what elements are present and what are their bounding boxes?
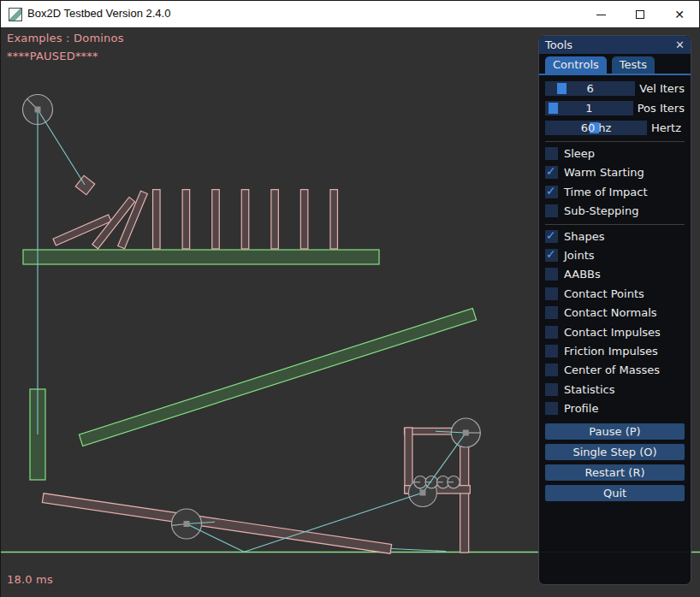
domino-standing-5 [271,190,278,249]
slider-track[interactable]: 60 hz [545,121,647,135]
checkbox-label: Sub-Stepping [564,204,638,217]
hud-paused-label: ****PAUSED**** [7,50,98,62]
ramp-plank [79,309,476,446]
joint-anchor-4 [420,490,426,496]
checkbox-box[interactable] [545,383,558,396]
slider-vel-iters: 6 Vel Iters [545,81,685,96]
hud-example-label: Examples : Dominos [7,32,124,44]
checkbox-box[interactable] [545,306,558,319]
checkbox-box[interactable]: ✓ [545,186,558,198]
checkbox-groups: Sleep✓ Warm Starting✓ Time of Impact Sub… [545,141,685,415]
checkbox-contact-points[interactable]: Contact Points [545,287,685,300]
titlebar: Box2D Testbed Version 2.4.0 ✕ [1,1,699,28]
checkbox-label: AABBs [564,268,601,281]
tools-panel-title: Tools [545,38,675,51]
tab-underline [539,74,691,75]
slider-label: Pos Iters [638,102,685,115]
checkbox-shapes[interactable]: ✓ Shapes [545,230,685,243]
slider-group: 6 Vel Iters 1 Pos Iters 60 hz Hertz [545,81,685,135]
checkbox-label: Center of Masses [564,364,660,376]
tools-panel: Tools ✕ Controls Tests 6 Vel Iters 1 Pos… [538,35,691,585]
minimize-button[interactable] [581,1,620,28]
slider-hertz: 60 hz Hertz [545,121,685,135]
checkbox-statistics[interactable]: Statistics [545,383,685,396]
checkbox-label: Contact Points [564,287,644,300]
check-mark-icon: ✓ [546,164,556,178]
tab-controls[interactable]: Controls [545,56,607,74]
slider-label: Hertz [651,121,681,134]
checkbox-contact-normals[interactable]: Contact Normals [545,306,685,319]
slider-value: 6 [545,81,635,96]
close-icon: ✕ [674,9,685,21]
dominos-platform [23,250,379,264]
check-mark-icon: ✓ [546,247,556,261]
checkbox-label: Joints [564,249,595,262]
restart-button[interactable]: Restart (R) [545,464,685,481]
checkbox-box[interactable] [545,204,558,217]
app-icon [9,8,22,21]
separator [545,224,685,225]
close-button[interactable]: ✕ [660,1,699,28]
maximize-icon [636,10,644,19]
checkbox-label: Shapes [564,230,604,243]
maximize-button[interactable] [620,1,660,28]
checkbox-sub-stepping[interactable]: Sub-Stepping [545,204,685,217]
checkbox-box[interactable]: ✓ [545,166,558,179]
checkbox-label: Time of Impact [564,186,648,198]
checkbox-label: Contact Impulses [564,326,661,339]
slider-value: 1 [545,101,633,115]
single-button[interactable]: Single Step (O) [545,444,685,460]
checkbox-center-of-masses[interactable]: Center of Masses [545,364,685,376]
checkbox-box[interactable]: ✓ [545,230,558,243]
tools-panel-titlebar[interactable]: Tools ✕ [539,36,691,54]
joint-anchor-2 [184,521,190,527]
falling-box [75,175,94,194]
slider-pos-iters: 1 Pos Iters [545,101,685,115]
domino-standing-7 [330,190,338,249]
checkbox-sleep[interactable]: Sleep [545,147,685,160]
window-controls: ✕ [581,1,699,28]
window-title: Box2D Testbed Version 2.4.0 [27,7,170,20]
checkbox-box[interactable] [545,364,558,376]
checkbox-box[interactable] [545,287,558,300]
tab-tests[interactable]: Tests [612,56,655,74]
tab-bar: Controls Tests [539,55,691,74]
checkbox-contact-impulses[interactable]: Contact Impulses [545,326,685,339]
checkbox-box[interactable]: ✓ [545,249,558,262]
hud-frame-time: 18.0 ms [7,573,53,586]
check-mark-icon: ✓ [546,184,556,198]
domino-standing-4 [241,190,249,249]
checkbox-friction-impulses[interactable]: Friction Impulses [545,345,685,358]
joint-anchor-3 [463,430,469,436]
slider-label: Vel Iters [639,82,685,95]
checkbox-label: Profile [564,402,598,415]
checkbox-label: Friction Impulses [564,345,658,358]
checkbox-warm-starting[interactable]: ✓ Warm Starting [545,166,685,179]
domino-standing-2 [182,190,189,249]
check-mark-icon: ✓ [546,228,556,242]
checkbox-profile[interactable]: Profile [545,402,685,415]
checkbox-box[interactable] [545,268,558,281]
checkbox-aabbs[interactable]: AABBs [545,268,685,281]
checkbox-box[interactable] [545,326,558,339]
action-buttons: Pause (P)Single Step (O)Restart (R)Quit [545,423,685,501]
domino-standing-6 [300,190,307,249]
slider-track[interactable]: 6 [545,81,635,96]
checkbox-label: Contact Normals [564,306,657,319]
checkbox-box[interactable] [545,345,558,358]
checkbox-time-of-impact[interactable]: ✓ Time of Impact [545,186,685,198]
app-window: Box2D Testbed Version 2.4.0 ✕ Examples :… [0,0,700,597]
pause-button[interactable]: Pause (P) [545,423,685,440]
checkbox-label: Warm Starting [564,166,644,179]
slider-track[interactable]: 1 [545,101,633,115]
checkbox-box[interactable] [545,402,558,415]
domino-standing-3 [212,190,220,249]
separator [545,141,685,142]
checkbox-joints[interactable]: ✓ Joints [545,249,685,262]
slider-value: 60 hz [545,121,647,135]
joint-line-2 [38,109,85,185]
joint-line-8 [391,549,446,552]
checkbox-box[interactable] [545,147,558,160]
quit-button[interactable]: Quit [545,485,685,501]
panel-close-icon[interactable]: ✕ [675,39,685,50]
